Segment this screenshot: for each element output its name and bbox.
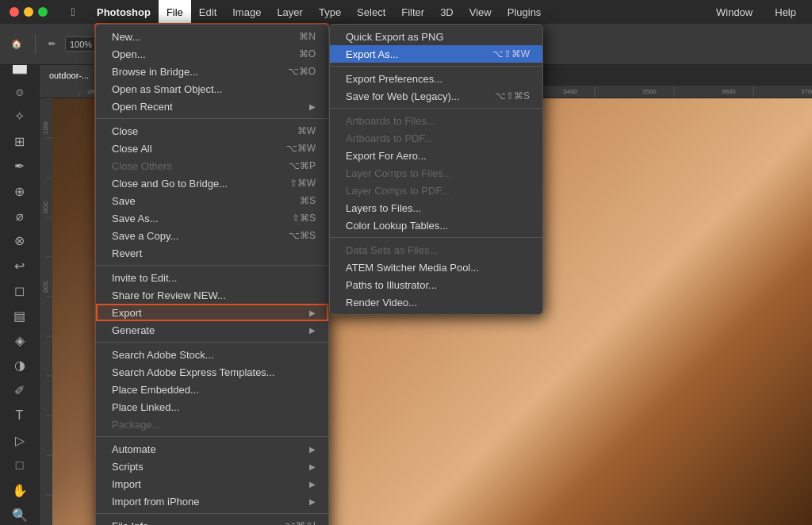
clone-tool[interactable]: ⊗ — [8, 231, 32, 251]
apple-menu[interactable]:  — [57, 6, 89, 18]
menu-item-render-video[interactable]: Render Video... — [330, 293, 542, 311]
text-tool[interactable]: T — [8, 405, 32, 425]
menu-item-share-review[interactable]: Share for Review NEW... — [96, 286, 328, 304]
menu-item-import[interactable]: Import ▶ — [96, 475, 328, 492]
menu-item-generate-arrow: ▶ — [309, 326, 316, 335]
menu-view[interactable]: View — [462, 0, 500, 24]
traffic-lights — [0, 7, 57, 17]
menu-item-revert-label: Revert — [112, 247, 142, 259]
export-sep-3 — [330, 237, 542, 238]
menu-item-invite-label: Invite to Edit... — [112, 272, 177, 284]
menu-item-atem[interactable]: ATEM Switcher Media Pool... — [330, 259, 542, 276]
menu-item-new[interactable]: New... ⌘N — [96, 28, 328, 45]
menu-item-open-label: Open... — [112, 48, 146, 60]
healing-tool[interactable]: ⊕ — [8, 181, 32, 201]
tab-label: outdoor-... — [49, 71, 89, 80]
history-brush-tool[interactable]: ↩ — [8, 256, 32, 276]
crop-tool[interactable]: ⊞ — [8, 132, 32, 151]
menu-separator-5 — [96, 513, 328, 514]
menu-item-place-embedded[interactable]: Place Embedded... — [96, 381, 328, 398]
menu-select[interactable]: Select — [349, 0, 393, 24]
menu-item-open[interactable]: Open... ⌘O — [96, 45, 328, 63]
menu-separator-2 — [96, 265, 328, 266]
dodge-tool[interactable]: ◑ — [8, 355, 32, 375]
menu-right: Window Help — [708, 6, 812, 18]
menu-item-search-stock[interactable]: Search Adobe Stock... — [96, 346, 328, 363]
menu-item-package: Package... — [96, 416, 328, 433]
menu-item-revert[interactable]: Revert — [96, 244, 328, 262]
menu-item-import-iphone[interactable]: Import from iPhone ▶ — [96, 492, 328, 510]
menu-item-generate-label: Generate — [112, 324, 155, 336]
menu-items: File Edit Image Layer Type Select Filter… — [159, 0, 549, 24]
blur-tool[interactable]: ◈ — [8, 331, 32, 351]
menu-item-paths[interactable]: Paths to Illustrator... — [330, 276, 542, 293]
path-selection-tool[interactable]: ▷ — [8, 431, 32, 450]
menu-item-save-web-label: Save for Web (Legacy)... — [346, 90, 460, 102]
menu-item-save-as-shortcut: ⇧⌘S — [292, 213, 316, 224]
menu-item-save-as[interactable]: Save As... ⇧⌘S — [96, 209, 328, 227]
export-submenu: Quick Export as PNG Export As... ⌥⇧⌘W Ex… — [329, 24, 543, 315]
menu-image[interactable]: Image — [224, 0, 269, 24]
menu-item-new-shortcut: ⌘N — [299, 31, 316, 42]
menu-item-place-linked[interactable]: Place Linked... — [96, 398, 328, 416]
svg-text:DOC: DOC — [43, 201, 48, 213]
brush-paint-tool[interactable]: ⌀ — [8, 206, 32, 226]
menu-item-quick-export-png[interactable]: Quick Export as PNG — [330, 28, 542, 45]
menu-window[interactable]: Window — [708, 6, 760, 18]
maximize-window-button[interactable] — [38, 7, 48, 17]
menu-3d[interactable]: 3D — [432, 0, 462, 24]
home-button[interactable]: 🏠 — [6, 36, 27, 52]
left-panel-tools: ✦ ⬜ ⌾ ✧ ⊞ ✒ ⊕ ⌀ ⊗ ↩ ◻ ▤ ◈ ◑ ✐ T ▷ □ ✋ 🔍 — [0, 24, 40, 525]
menu-layer[interactable]: Layer — [269, 0, 311, 24]
app-name: Photoshop — [89, 6, 159, 18]
menu-plugins[interactable]: Plugins — [500, 0, 550, 24]
pen-tool[interactable]: ✐ — [8, 381, 32, 400]
menu-item-close-all[interactable]: Close All ⌥⌘W — [96, 140, 328, 157]
menu-item-save-web[interactable]: Save for Web (Legacy)... ⌥⇧⌘S — [330, 87, 542, 105]
menu-item-layer-comps-pdf: Layer Comps to PDF... — [330, 182, 542, 199]
menu-filter[interactable]: Filter — [393, 0, 432, 24]
lasso-tool[interactable]: ⌾ — [8, 82, 32, 102]
menu-item-file-info[interactable]: File Info... ⌥⌘⇧I — [96, 517, 328, 525]
menu-item-open-recent[interactable]: Open Recent ▶ — [96, 98, 328, 115]
quick-select-tool[interactable]: ✧ — [8, 106, 32, 126]
menu-item-export-as-shortcut: ⌥⇧⌘W — [492, 48, 530, 59]
menu-item-save-copy-label: Save a Copy... — [112, 230, 178, 242]
menu-item-layers-files[interactable]: Layers to Files... — [330, 199, 542, 217]
menu-item-color-lookup[interactable]: Color Lookup Tables... — [330, 217, 542, 234]
menu-item-close[interactable]: Close ⌘W — [96, 122, 328, 140]
menu-item-close-bridge[interactable]: Close and Go to Bridge... ⇧⌘W — [96, 174, 328, 192]
shape-tool[interactable]: □ — [8, 455, 32, 475]
menu-item-export-prefs[interactable]: Export Preferences... — [330, 70, 542, 87]
menu-item-generate[interactable]: Generate ▶ — [96, 321, 328, 339]
hand-tool[interactable]: ✋ — [8, 480, 32, 500]
eyedropper-tool[interactable]: ✒ — [8, 156, 32, 176]
menu-item-save-copy[interactable]: Save a Copy... ⌥⌘S — [96, 227, 328, 244]
menu-item-close-others: Close Others ⌥⌘P — [96, 157, 328, 174]
menu-item-save[interactable]: Save ⌘S — [96, 192, 328, 209]
menu-item-search-express[interactable]: Search Adobe Express Templates... — [96, 363, 328, 381]
zoom-tool-left[interactable]: 🔍 — [8, 505, 32, 525]
minimize-window-button[interactable] — [24, 7, 33, 17]
menu-item-scripts[interactable]: Scripts ▶ — [96, 458, 328, 475]
menu-item-browse-bridge[interactable]: Browse in Bridge... ⌥⌘O — [96, 63, 328, 80]
menu-help[interactable]: Help — [767, 6, 804, 18]
menu-item-automate[interactable]: Automate ▶ — [96, 440, 328, 458]
brush-tool[interactable]: ✏ — [44, 36, 60, 52]
svg-text:2100: 2100 — [43, 121, 48, 134]
menu-item-export-label: Export — [112, 307, 142, 319]
menu-type[interactable]: Type — [311, 0, 349, 24]
menu-file[interactable]: File — [159, 0, 191, 24]
menu-item-export-as[interactable]: Export As... ⌥⇧⌘W — [330, 45, 542, 63]
eraser-tool[interactable]: ◻ — [8, 281, 32, 301]
menu-item-export[interactable]: Export ▶ — [96, 304, 328, 321]
menu-item-open-shortcut: ⌘O — [299, 48, 316, 59]
gradient-tool[interactable]: ▤ — [8, 305, 32, 325]
menu-item-artboards-files-label: Artboards to Files... — [346, 115, 435, 127]
close-window-button[interactable] — [10, 7, 19, 17]
menu-item-automate-label: Automate — [112, 443, 156, 455]
menu-item-invite[interactable]: Invite to Edit... — [96, 269, 328, 286]
menu-item-open-smart[interactable]: Open as Smart Object... — [96, 80, 328, 98]
menu-edit[interactable]: Edit — [191, 0, 224, 24]
menu-item-export-aero[interactable]: Export For Aero... — [330, 147, 542, 164]
